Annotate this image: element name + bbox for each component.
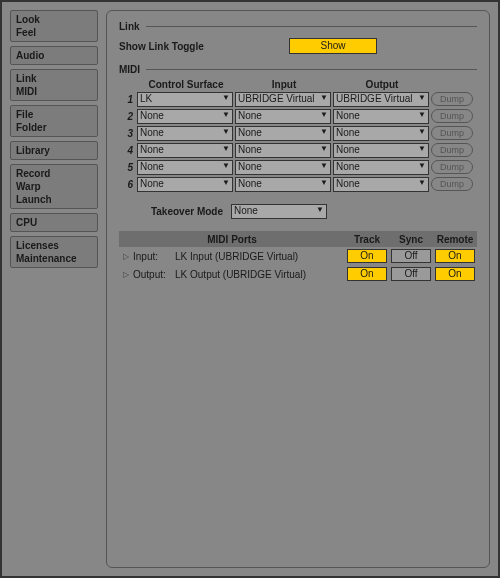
output-select[interactable]: UBRIDGE Virtual — [333, 92, 429, 107]
midi-row: 3 None None None Dump — [119, 125, 477, 141]
port-row: ▷ Input: LK Input (UBRIDGE Virtual) On O… — [119, 247, 477, 265]
midi-row: 5 None None None Dump — [119, 159, 477, 175]
ports-header: MIDI Ports Track Sync Remote — [119, 231, 477, 247]
control-surface-select[interactable]: LK — [137, 92, 233, 107]
expand-icon[interactable]: ▷ — [119, 270, 133, 279]
row-number: 3 — [119, 128, 137, 139]
output-select[interactable]: None — [333, 143, 429, 158]
section-link: Link — [119, 21, 477, 32]
sidebar-item-maintenance[interactable]: Maintenance — [16, 252, 92, 265]
midi-row: 2 None None None Dump — [119, 108, 477, 124]
header-track: Track — [345, 234, 389, 245]
input-select[interactable]: None — [235, 177, 331, 192]
show-link-label: Show Link Toggle — [119, 41, 289, 52]
sidebar-item-feel[interactable]: Feel — [16, 26, 92, 39]
output-select[interactable]: None — [333, 126, 429, 141]
sidebar-group: Link MIDI — [10, 69, 98, 101]
dump-button[interactable]: Dump — [431, 160, 473, 174]
sidebar-item-link[interactable]: Link — [16, 72, 92, 85]
output-select[interactable]: None — [333, 177, 429, 192]
row-number: 4 — [119, 145, 137, 156]
header-dump — [431, 79, 477, 90]
header-control-surface: Control Surface — [137, 79, 235, 90]
header-output: Output — [333, 79, 431, 90]
control-surface-select[interactable]: None — [137, 177, 233, 192]
sync-toggle[interactable]: Off — [391, 249, 431, 263]
section-label: Link — [119, 21, 140, 32]
sidebar-item-warp[interactable]: Warp — [16, 180, 92, 193]
dump-button[interactable]: Dump — [431, 92, 473, 106]
sidebar-group: File Folder — [10, 105, 98, 137]
header-sync: Sync — [389, 234, 433, 245]
sidebar-group: Licenses Maintenance — [10, 236, 98, 268]
sidebar-item-library[interactable]: Library — [16, 144, 92, 157]
sidebar-item-midi[interactable]: MIDI — [16, 85, 92, 98]
sidebar-item-folder[interactable]: Folder — [16, 121, 92, 134]
midi-ports: MIDI Ports Track Sync Remote ▷ Input: LK… — [119, 231, 477, 283]
sidebar-group: CPU — [10, 213, 98, 232]
port-name: LK Output (UBRIDGE Virtual) — [175, 269, 345, 280]
control-surface-select[interactable]: None — [137, 109, 233, 124]
sidebar-group: Audio — [10, 46, 98, 65]
sidebar-item-look[interactable]: Look — [16, 13, 92, 26]
section-midi: MIDI — [119, 64, 477, 75]
track-toggle[interactable]: On — [347, 249, 387, 263]
control-surface-select[interactable]: None — [137, 160, 233, 175]
header-remote: Remote — [433, 234, 477, 245]
output-select[interactable]: None — [333, 109, 429, 124]
expand-icon[interactable]: ▷ — [119, 252, 133, 261]
main-panel: Link Show Link Toggle Show MIDI Control … — [106, 10, 490, 568]
sidebar-item-record[interactable]: Record — [16, 167, 92, 180]
output-select[interactable]: None — [333, 160, 429, 175]
input-select[interactable]: UBRIDGE Virtual — [235, 92, 331, 107]
sidebar-group: Look Feel — [10, 10, 98, 42]
row-number: 1 — [119, 94, 137, 105]
midi-header-row: Control Surface Input Output — [119, 79, 477, 90]
takeover-row: Takeover Mode None — [119, 204, 477, 219]
sync-toggle[interactable]: Off — [391, 267, 431, 281]
control-surface-select[interactable]: None — [137, 143, 233, 158]
port-row: ▷ Output: LK Output (UBRIDGE Virtual) On… — [119, 265, 477, 283]
input-select[interactable]: None — [235, 126, 331, 141]
sidebar: Look Feel Audio Link MIDI File Folder Li… — [10, 10, 98, 568]
show-link-row: Show Link Toggle Show — [119, 38, 477, 54]
sidebar-item-cpu[interactable]: CPU — [16, 216, 92, 229]
row-number: 6 — [119, 179, 137, 190]
dump-button[interactable]: Dump — [431, 143, 473, 157]
sidebar-item-launch[interactable]: Launch — [16, 193, 92, 206]
remote-toggle[interactable]: On — [435, 249, 475, 263]
ports-title: MIDI Ports — [119, 234, 345, 245]
midi-row: 6 None None None Dump — [119, 176, 477, 192]
sidebar-item-file[interactable]: File — [16, 108, 92, 121]
divider — [146, 69, 477, 70]
divider — [146, 26, 477, 27]
input-select[interactable]: None — [235, 143, 331, 158]
section-label: MIDI — [119, 64, 140, 75]
header-num — [119, 79, 137, 90]
takeover-label: Takeover Mode — [119, 206, 231, 217]
remote-toggle[interactable]: On — [435, 267, 475, 281]
midi-row: 4 None None None Dump — [119, 142, 477, 158]
row-number: 2 — [119, 111, 137, 122]
port-dir: Output: — [133, 269, 175, 280]
port-dir: Input: — [133, 251, 175, 262]
control-surface-select[interactable]: None — [137, 126, 233, 141]
sidebar-group: Record Warp Launch — [10, 164, 98, 209]
midi-row: 1 LK UBRIDGE Virtual UBRIDGE Virtual Dum… — [119, 91, 477, 107]
dump-button[interactable]: Dump — [431, 109, 473, 123]
row-number: 5 — [119, 162, 137, 173]
prefs-window: Look Feel Audio Link MIDI File Folder Li… — [0, 0, 500, 578]
sidebar-item-licenses[interactable]: Licenses — [16, 239, 92, 252]
sidebar-group: Library — [10, 141, 98, 160]
midi-table: Control Surface Input Output 1 LK UBRIDG… — [119, 79, 477, 192]
input-select[interactable]: None — [235, 160, 331, 175]
dump-button[interactable]: Dump — [431, 177, 473, 191]
port-name: LK Input (UBRIDGE Virtual) — [175, 251, 345, 262]
show-link-button[interactable]: Show — [289, 38, 377, 54]
input-select[interactable]: None — [235, 109, 331, 124]
dump-button[interactable]: Dump — [431, 126, 473, 140]
track-toggle[interactable]: On — [347, 267, 387, 281]
header-input: Input — [235, 79, 333, 90]
takeover-select[interactable]: None — [231, 204, 327, 219]
sidebar-item-audio[interactable]: Audio — [16, 49, 92, 62]
